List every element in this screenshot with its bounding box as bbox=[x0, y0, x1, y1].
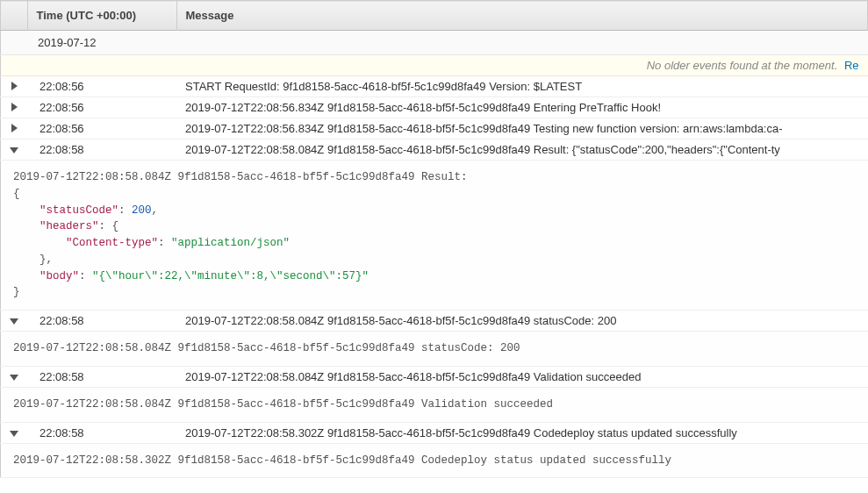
log-time: 22:08:56 bbox=[27, 97, 176, 118]
log-message: 2019-07-12T22:08:58.084Z 9f1d8158-5acc-4… bbox=[176, 139, 868, 161]
log-message: 2019-07-12T22:08:56.834Z 9f1d8158-5acc-4… bbox=[176, 118, 868, 139]
expand-toggle[interactable] bbox=[1, 118, 28, 139]
log-row[interactable]: 22:08:56 2019-07-12T22:08:56.834Z 9f1d81… bbox=[1, 118, 868, 139]
expand-toggle[interactable] bbox=[1, 97, 28, 118]
header-time[interactable]: Time (UTC +00:00) bbox=[27, 1, 176, 31]
expand-toggle[interactable] bbox=[1, 311, 28, 332]
log-row[interactable]: 22:08:58 2019-07-12T22:08:58.084Z 9f1d81… bbox=[1, 366, 868, 387]
chevron-down-icon bbox=[10, 318, 18, 325]
log-detail: 2019-07-12T22:08:58.084Z 9f1d8158-5acc-4… bbox=[1, 387, 868, 422]
log-message: 2019-07-12T22:08:58.302Z 9f1d8158-5acc-4… bbox=[176, 422, 868, 443]
log-time: 22:08:58 bbox=[27, 422, 176, 443]
log-row[interactable]: 22:08:56 START RequestId: 9f1d8158-5acc-… bbox=[1, 76, 868, 97]
notice-text: No older events found at the moment. bbox=[647, 59, 838, 72]
expand-toggle[interactable] bbox=[1, 139, 28, 161]
expand-toggle[interactable] bbox=[1, 422, 28, 443]
log-message: 2019-07-12T22:08:56.834Z 9f1d8158-5acc-4… bbox=[176, 97, 868, 118]
chevron-right-icon bbox=[11, 103, 18, 111]
chevron-down-icon bbox=[10, 147, 18, 154]
chevron-down-icon bbox=[10, 431, 18, 437]
date-label: 2019-07-12 bbox=[1, 31, 868, 55]
header-message[interactable]: Message bbox=[176, 1, 868, 31]
no-older-events-notice: No older events found at the moment. Re bbox=[1, 55, 868, 76]
chevron-right-icon bbox=[11, 124, 18, 132]
log-table: Time (UTC +00:00) Message 2019-07-12 No … bbox=[0, 0, 868, 478]
log-row[interactable]: 22:08:58 2019-07-12T22:08:58.302Z 9f1d81… bbox=[1, 422, 868, 443]
expand-toggle[interactable] bbox=[1, 366, 28, 387]
log-row[interactable]: 22:08:56 2019-07-12T22:08:56.834Z 9f1d81… bbox=[1, 97, 868, 118]
log-time: 22:08:58 bbox=[27, 139, 176, 161]
log-message: START RequestId: 9f1d8158-5acc-4618-bf5f… bbox=[176, 76, 868, 97]
table-header-row: Time (UTC +00:00) Message bbox=[1, 1, 868, 31]
log-time: 22:08:56 bbox=[27, 76, 176, 97]
log-time: 22:08:58 bbox=[27, 311, 176, 332]
chevron-right-icon bbox=[11, 82, 18, 90]
date-group-row: 2019-07-12 bbox=[1, 31, 868, 55]
log-message: 2019-07-12T22:08:58.084Z 9f1d8158-5acc-4… bbox=[176, 366, 868, 387]
log-row[interactable]: 22:08:58 2019-07-12T22:08:58.084Z 9f1d81… bbox=[1, 311, 868, 332]
log-detail: 2019-07-12T22:08:58.302Z 9f1d8158-5acc-4… bbox=[1, 443, 868, 478]
log-row[interactable]: 22:08:58 2019-07-12T22:08:58.084Z 9f1d81… bbox=[1, 139, 868, 161]
log-detail-json: 2019-07-12T22:08:58.084Z 9f1d8158-5acc-4… bbox=[1, 161, 868, 311]
log-message: 2019-07-12T22:08:58.084Z 9f1d8158-5acc-4… bbox=[176, 311, 868, 332]
log-time: 22:08:56 bbox=[27, 118, 176, 139]
notice-link[interactable]: Re bbox=[844, 59, 859, 72]
log-detail: 2019-07-12T22:08:58.084Z 9f1d8158-5acc-4… bbox=[1, 332, 868, 367]
expand-toggle[interactable] bbox=[1, 76, 28, 97]
chevron-down-icon bbox=[10, 375, 18, 381]
log-time: 22:08:58 bbox=[27, 366, 176, 387]
header-expand bbox=[1, 1, 28, 31]
